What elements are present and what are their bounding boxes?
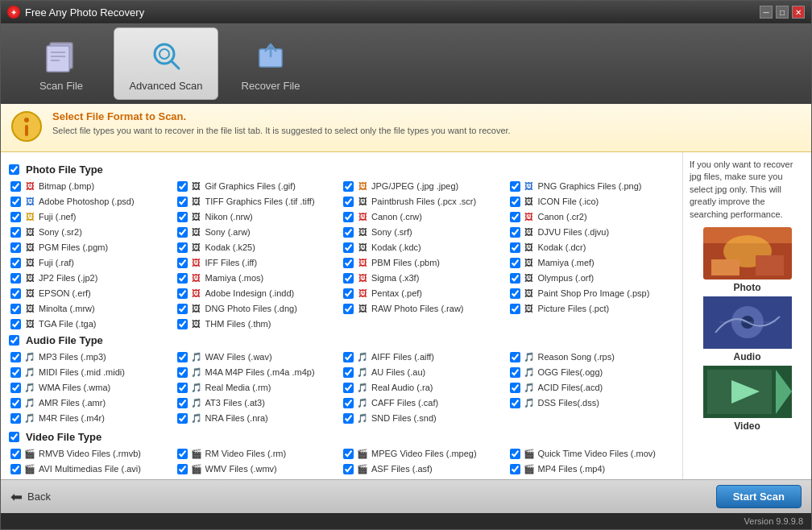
file-checkbox[interactable] <box>343 367 354 378</box>
file-checkbox[interactable] <box>510 258 520 268</box>
file-checkbox[interactable] <box>343 413 354 424</box>
file-type-icon: 🎵 <box>23 412 36 424</box>
file-checkbox[interactable] <box>343 227 354 238</box>
list-item <box>9 426 176 428</box>
file-checkbox[interactable] <box>177 242 188 253</box>
file-checkbox[interactable] <box>510 449 520 459</box>
audio-file-grid: 🎵MP3 Files (.mp3) 🎵WAV Files (.wav) 🎵AIF… <box>9 350 674 428</box>
tab-recover-file[interactable]: Recover File <box>218 27 323 100</box>
file-checkbox[interactable] <box>177 464 188 474</box>
close-button[interactable]: ✕ <box>792 6 805 19</box>
list-item: 🎵SND Files (.snd) <box>342 411 508 425</box>
file-checkbox[interactable] <box>177 212 188 222</box>
file-checkbox[interactable] <box>510 288 520 299</box>
file-checkbox[interactable] <box>177 383 188 393</box>
file-checkbox[interactable] <box>177 449 188 459</box>
file-checkbox[interactable] <box>10 319 21 329</box>
file-label: DSS Files(.dss) <box>538 398 599 408</box>
file-checkbox[interactable] <box>343 288 354 299</box>
restore-button[interactable]: □ <box>776 6 789 19</box>
file-checkbox[interactable] <box>177 181 188 192</box>
file-type-icon: 🎬 <box>190 447 203 460</box>
file-checkbox[interactable] <box>343 352 354 362</box>
file-checkbox[interactable] <box>10 258 21 268</box>
file-type-icon: 🎵 <box>356 350 369 363</box>
audio-section-checkbox[interactable] <box>9 335 19 346</box>
file-checkbox[interactable] <box>10 367 21 378</box>
file-label: Kodak (.kdc) <box>371 242 421 252</box>
file-checkbox[interactable] <box>343 449 354 459</box>
file-checkbox[interactable] <box>177 352 188 362</box>
file-checkbox[interactable] <box>510 181 520 192</box>
file-label: NRA Files (.nra) <box>205 413 268 423</box>
file-label: MPEG Video Files (.mpeg) <box>371 449 477 458</box>
file-label: AIFF Files (.aiff) <box>371 352 434 362</box>
file-label: Fuji (.raf) <box>39 258 74 267</box>
file-checkbox[interactable] <box>10 242 21 253</box>
file-checkbox[interactable] <box>177 197 188 207</box>
photo-section-checkbox[interactable] <box>9 164 19 175</box>
file-checkbox[interactable] <box>10 273 21 284</box>
file-checkbox[interactable] <box>10 227 21 238</box>
file-type-icon: 🎬 <box>23 447 36 460</box>
file-checkbox[interactable] <box>177 288 188 299</box>
tab-advanced-scan[interactable]: Advanced Scan <box>114 27 218 100</box>
file-checkbox[interactable] <box>177 227 188 238</box>
file-checkbox[interactable] <box>510 242 520 253</box>
file-checkbox[interactable] <box>177 413 188 424</box>
video-section-header: Video File Type <box>9 431 674 443</box>
file-checkbox[interactable] <box>343 464 354 474</box>
file-label: Sigma (.x3f) <box>371 273 419 283</box>
file-checkbox[interactable] <box>343 181 354 192</box>
file-checkbox[interactable] <box>510 227 520 238</box>
file-checkbox[interactable] <box>510 352 520 362</box>
file-checkbox[interactable] <box>10 288 21 299</box>
file-checkbox[interactable] <box>343 212 354 222</box>
file-checkbox[interactable] <box>177 304 188 314</box>
file-checkbox[interactable] <box>10 383 21 393</box>
file-checkbox[interactable] <box>10 464 21 474</box>
file-type-icon: 🖼 <box>356 287 369 300</box>
tab-scan-file[interactable]: Scan File <box>9 27 114 100</box>
file-checkbox[interactable] <box>10 413 21 424</box>
file-checkbox[interactable] <box>10 352 21 362</box>
file-type-icon: 🎵 <box>23 366 36 379</box>
file-type-icon: 🎵 <box>190 366 203 379</box>
info-icon <box>10 110 43 143</box>
file-checkbox[interactable] <box>10 181 21 192</box>
file-checkbox[interactable] <box>510 367 520 378</box>
file-checkbox[interactable] <box>10 449 21 459</box>
file-checkbox[interactable] <box>177 367 188 378</box>
file-checkbox[interactable] <box>510 464 520 474</box>
list-item: 🎵DSS Files(.dss) <box>508 395 675 410</box>
file-checkbox[interactable] <box>510 197 520 207</box>
minimize-button[interactable]: ─ <box>760 6 773 19</box>
file-checkbox[interactable] <box>177 273 188 284</box>
file-checkbox[interactable] <box>343 258 354 268</box>
file-checkbox[interactable] <box>10 304 21 314</box>
file-checkbox[interactable] <box>10 398 21 408</box>
file-checkbox[interactable] <box>510 212 520 222</box>
svg-rect-15 <box>711 259 740 275</box>
video-section-checkbox[interactable] <box>9 432 19 442</box>
file-checkbox[interactable] <box>343 304 354 314</box>
file-checkbox[interactable] <box>177 258 188 268</box>
file-checkbox[interactable] <box>343 273 354 284</box>
file-checkbox[interactable] <box>177 319 188 329</box>
file-checkbox[interactable] <box>177 398 188 408</box>
video-thumbnail <box>703 366 792 418</box>
file-checkbox[interactable] <box>510 383 520 393</box>
file-checkbox[interactable] <box>10 197 21 207</box>
file-checkbox[interactable] <box>343 383 354 393</box>
file-checkbox[interactable] <box>510 398 520 408</box>
file-label: PGM Files (.pgm) <box>39 242 108 252</box>
file-checkbox[interactable] <box>343 197 354 207</box>
start-scan-button[interactable]: Start Scan <box>716 485 802 508</box>
file-label: Sony (.sr2) <box>39 227 82 237</box>
file-checkbox[interactable] <box>510 273 520 284</box>
file-checkbox[interactable] <box>510 304 520 314</box>
back-button[interactable]: ⬅ Back <box>10 488 51 506</box>
file-checkbox[interactable] <box>343 398 354 408</box>
file-checkbox[interactable] <box>10 212 21 222</box>
file-checkbox[interactable] <box>343 242 354 253</box>
